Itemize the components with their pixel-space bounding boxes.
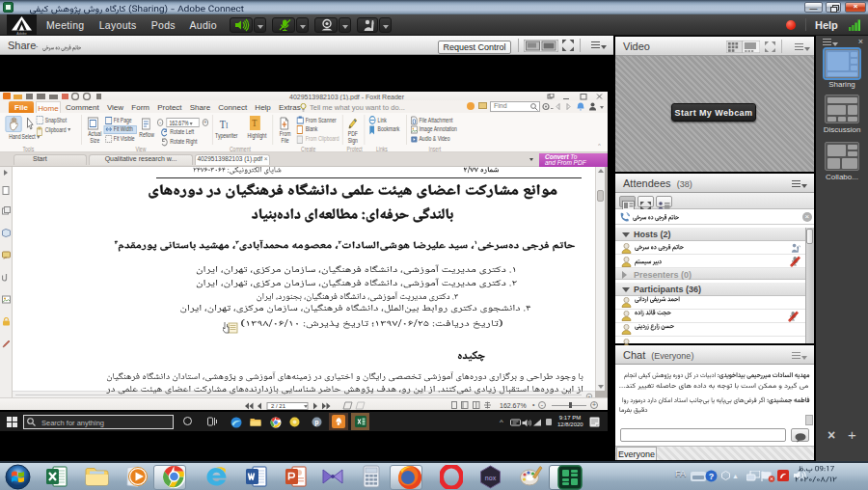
- svg-text:Adobe: Adobe: [16, 32, 26, 36]
- svg-text:?: ?: [709, 472, 715, 481]
- svg-text:p: p: [314, 419, 318, 426]
- svg-text:nox: nox: [485, 475, 497, 481]
- svg-text:2 / 21: 2 / 21: [271, 403, 286, 409]
